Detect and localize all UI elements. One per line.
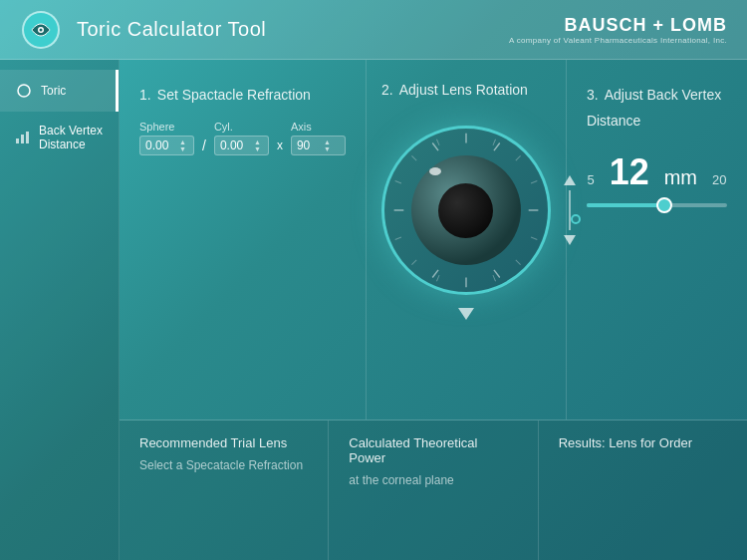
svg-line-11 [432,270,438,278]
slider-thumb[interactable] [656,197,672,213]
steps-area: 1. Set Spactacle Refraction Sphere ▲ ▼ [120,60,747,420]
calculated-power-title: Calculated Theoretical Power [349,435,517,465]
sphere-down-arrow[interactable]: ▼ [179,145,186,152]
sidebar-item-toric[interactable]: Toric [0,70,119,112]
axis-spinner[interactable]: ▲ ▼ [291,136,346,155]
lens-order-title: Results: Lens for Order [559,435,727,450]
brand-subtitle: A company of Valeant Pharmaceuticals Int… [509,36,727,45]
back-vertex-label: Back Vertex Distance [39,124,104,151]
cyl-arrows: ▲ ▼ [254,139,261,152]
step2-section: 2. Adjust Lens Rotation [367,60,567,420]
svg-line-17 [531,237,537,240]
eye-visualization [381,111,551,310]
multiplier: x [277,139,283,152]
svg-line-7 [494,142,500,150]
header: Toric Calculator Tool BAUSCH + LOMB A co… [0,0,747,60]
svg-line-14 [493,140,496,145]
results-area: Recommended Trial Lens Select a Specatac… [120,420,747,560]
svg-line-13 [432,142,438,150]
chart-icon [15,129,31,146]
svg-line-20 [436,275,439,281]
slider-unit: mm [664,166,697,189]
sphere-input[interactable] [145,139,177,152]
cyl-spinner[interactable]: ▲ ▼ [214,136,269,155]
content-area: 1. Set Spactacle Refraction Sphere ▲ ▼ [120,60,747,560]
toric-label: Toric [41,84,66,98]
svg-rect-5 [26,132,29,143]
step2-title: 2. Adjust Lens Rotation [381,75,528,101]
sphere-group: Sphere ▲ ▼ [139,121,194,155]
eye-iris [411,155,521,265]
cyl-label: Cyl. [214,121,269,133]
svg-point-2 [18,85,30,97]
step3-section: 3. Adjust Back Vertex Distance 5 12 mm 2… [567,60,747,420]
slider-current-value: 12 [610,151,649,193]
slider-min-label: 5 [587,172,594,187]
sphere-label: Sphere [139,121,194,133]
sphere-up-arrow[interactable]: ▲ [179,139,186,145]
recommended-lens-section: Recommended Trial Lens Select a Specatac… [120,420,329,560]
lens-order-section: Results: Lens for Order [539,420,747,560]
sphere-spinner[interactable]: ▲ ▼ [139,136,194,155]
svg-line-21 [411,260,416,265]
svg-line-24 [411,155,416,160]
logo-container [20,9,62,51]
vertex-slider-section: 5 12 mm 20 [587,151,727,207]
axis-down-arrow[interactable]: ▼ [324,145,331,152]
svg-rect-3 [16,139,19,143]
cyl-group: Cyl. ▲ ▼ [214,121,269,155]
calculated-power-section: Calculated Theoretical Power at the corn… [329,420,538,560]
main-layout: Toric Back Vertex Distance 1. Set Spacta… [0,60,747,560]
axis-up-arrow[interactable]: ▲ [324,139,331,145]
svg-line-15 [516,155,521,160]
slider-track[interactable] [587,203,727,207]
page-title: Toric Calculator Tool [77,18,266,41]
axis-arrows: ▲ ▼ [324,139,331,152]
eye-glare [429,167,441,175]
brand-container: BAUSCH + LOMB A company of Valeant Pharm… [509,15,727,45]
step3-number: 3. Adjust Back Vertex Distance [587,80,727,132]
svg-line-23 [395,180,401,183]
sidebar: Toric Back Vertex Distance [0,60,120,560]
axis-input[interactable] [297,139,322,152]
separator: / [202,138,206,153]
refraction-input-row: Sphere ▲ ▼ / Cyl. [139,121,346,155]
eye-outer-ring [381,126,551,295]
svg-line-9 [494,270,500,278]
step1-section: 1. Set Spactacle Refraction Sphere ▲ ▼ [120,60,367,420]
svg-line-25 [436,140,439,145]
calculated-power-subtitle: at the corneal plane [349,473,517,487]
eye-logo-icon [22,11,60,49]
cyl-down-arrow[interactable]: ▼ [254,145,261,152]
recommended-lens-subtitle: Select a Specatacle Refraction [139,458,308,472]
slider-value-display: 5 12 mm 20 [587,151,727,193]
slider-max-label: 20 [712,172,726,187]
sphere-arrows: ▲ ▼ [179,139,186,152]
axis-group: Axis ▲ ▼ [291,121,346,155]
cyl-up-arrow[interactable]: ▲ [254,139,261,145]
eye-pupil [438,183,493,238]
slider-fill [587,203,664,207]
brand-name: BAUSCH + LOMB [509,15,727,36]
sidebar-item-back-vertex[interactable]: Back Vertex Distance [0,112,119,163]
bottom-arrow-indicator [458,308,474,320]
circle-icon [15,82,33,100]
step1-number: 1. Set Spactacle Refraction [139,80,346,106]
svg-line-22 [395,237,401,240]
recommended-lens-title: Recommended Trial Lens [139,435,308,450]
svg-line-18 [516,260,521,265]
axis-label: Axis [291,121,346,133]
svg-line-19 [493,275,496,281]
cyl-input[interactable] [220,139,252,152]
svg-point-1 [40,28,43,31]
svg-rect-4 [21,135,24,143]
svg-line-16 [531,180,537,183]
